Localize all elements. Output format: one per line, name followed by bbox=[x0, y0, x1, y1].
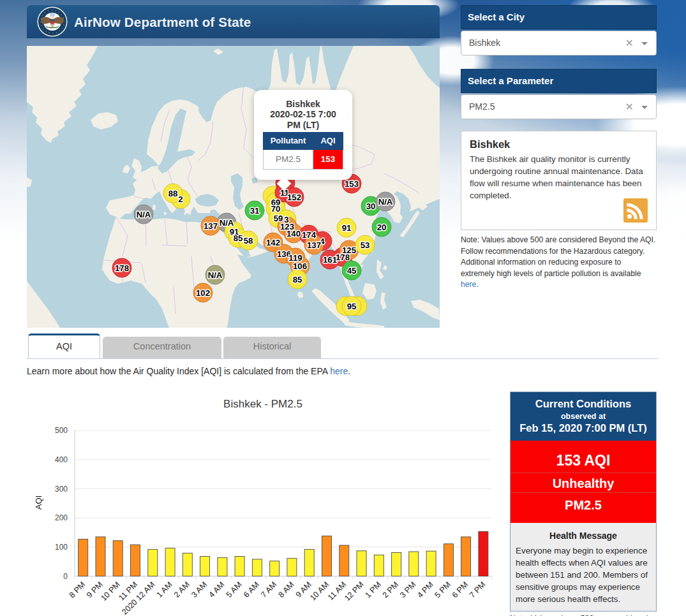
svg-text:300: 300 bbox=[55, 485, 68, 494]
svg-text:Bishkek - PM2.5: Bishkek - PM2.5 bbox=[223, 398, 302, 410]
svg-text:174: 174 bbox=[302, 230, 317, 240]
svg-text:142: 142 bbox=[266, 238, 280, 247]
svg-text:137: 137 bbox=[307, 240, 321, 250]
svg-text:7 PM: 7 PM bbox=[468, 580, 488, 600]
svg-text:140: 140 bbox=[287, 229, 301, 238]
svg-text:1 PM: 1 PM bbox=[363, 580, 383, 600]
svg-text:200: 200 bbox=[55, 513, 68, 522]
svg-text:125: 125 bbox=[342, 246, 356, 255]
svg-text:AQI: AQI bbox=[34, 495, 43, 510]
svg-text:8 PM: 8 PM bbox=[68, 580, 87, 600]
svg-text:2 PM: 2 PM bbox=[381, 580, 401, 600]
svg-text:2 AM: 2 AM bbox=[172, 580, 191, 599]
svg-text:153: 153 bbox=[345, 179, 359, 189]
svg-text:1 AM: 1 AM bbox=[155, 580, 174, 599]
svg-text:500: 500 bbox=[55, 426, 68, 435]
svg-text:91: 91 bbox=[342, 223, 352, 233]
svg-text:100: 100 bbox=[55, 543, 68, 552]
svg-text:88: 88 bbox=[168, 189, 178, 198]
svg-text:5 AM: 5 AM bbox=[225, 580, 244, 599]
svg-text:95: 95 bbox=[347, 302, 357, 311]
svg-text:6 PM: 6 PM bbox=[451, 580, 470, 600]
svg-text:N/A: N/A bbox=[137, 210, 151, 219]
svg-text:N/A: N/A bbox=[208, 270, 223, 280]
svg-text:4 PM: 4 PM bbox=[415, 580, 435, 600]
svg-text:161: 161 bbox=[323, 255, 337, 265]
svg-text:2: 2 bbox=[178, 194, 183, 204]
svg-text:N/A: N/A bbox=[378, 197, 393, 207]
svg-text:8 AM: 8 AM bbox=[276, 580, 295, 599]
svg-text:58: 58 bbox=[244, 236, 253, 246]
svg-text:3 PM: 3 PM bbox=[398, 580, 418, 600]
svg-text:178: 178 bbox=[115, 263, 129, 273]
svg-text:7 AM: 7 AM bbox=[259, 580, 278, 599]
svg-text:6 AM: 6 AM bbox=[242, 580, 261, 599]
svg-text:102: 102 bbox=[196, 288, 210, 298]
svg-text:152: 152 bbox=[287, 193, 301, 202]
svg-text:4 AM: 4 AM bbox=[207, 580, 226, 599]
svg-text:85: 85 bbox=[293, 275, 302, 284]
svg-text:3 AM: 3 AM bbox=[190, 580, 209, 599]
svg-text:137: 137 bbox=[204, 221, 218, 231]
svg-text:85: 85 bbox=[234, 233, 243, 243]
svg-text:53: 53 bbox=[361, 240, 370, 250]
svg-text:400: 400 bbox=[55, 455, 68, 464]
svg-text:20: 20 bbox=[377, 223, 387, 232]
svg-text:12 PM: 12 PM bbox=[343, 580, 365, 603]
svg-text:106: 106 bbox=[293, 261, 307, 271]
svg-text:0: 0 bbox=[63, 572, 68, 581]
svg-text:31: 31 bbox=[250, 206, 260, 216]
svg-text:N/A: N/A bbox=[220, 218, 234, 228]
svg-text:30: 30 bbox=[366, 202, 376, 211]
svg-text:10 PM: 10 PM bbox=[99, 580, 121, 603]
svg-text:70: 70 bbox=[271, 204, 281, 214]
svg-text:45: 45 bbox=[347, 266, 357, 275]
svg-text:5 PM: 5 PM bbox=[433, 580, 452, 600]
svg-text:10 AM: 10 AM bbox=[308, 580, 331, 603]
